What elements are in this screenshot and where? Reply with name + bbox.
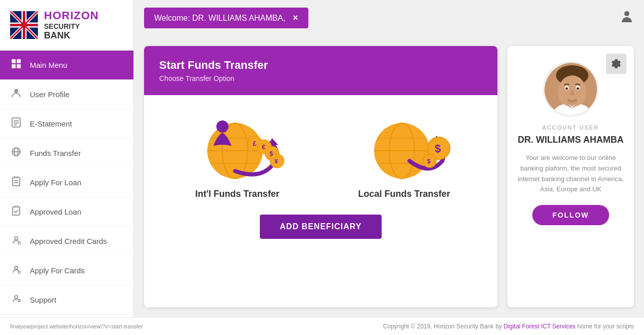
local-transfer-icon: $ $	[364, 110, 445, 181]
svg-text:£: £	[253, 140, 257, 147]
globe-icon	[10, 147, 22, 159]
sidebar-item-e-statement[interactable]: E-Statement	[0, 109, 133, 139]
sidebar-item-user-profile[interactable]: User Profile	[0, 80, 133, 109]
grid-icon	[10, 59, 22, 71]
footer-url: finalyearproject.website/horizon/view/?v…	[10, 323, 143, 329]
logo-text: HORIZON SECURITY BANK	[44, 9, 99, 41]
svg-text:$: $	[427, 158, 431, 165]
content-area: Start Funds Transfer Choose Transfer Opt…	[134, 36, 644, 317]
profile-name: DR. WILLIAMS AHAMBA	[518, 135, 623, 145]
sidebar-item-apply-for-loan[interactable]: Apply For Loan	[0, 168, 133, 197]
profile-avatar	[543, 61, 599, 117]
sidebar-item-main-menu[interactable]: Main Menu	[0, 51, 133, 80]
welcome-close-button[interactable]: ×	[293, 13, 298, 23]
transfer-options: £ € $ ¥	[159, 110, 482, 199]
svg-rect-10	[17, 59, 21, 63]
svg-point-13	[14, 89, 18, 93]
approved-credit-cards-label: Approved Credit Cards	[30, 237, 107, 245]
svg-rect-24	[13, 207, 20, 215]
footer: finalyearproject.website/horizon/view/?v…	[0, 317, 644, 335]
svg-text:€: €	[262, 143, 265, 151]
sidebar-item-apply-for-cards[interactable]: Apply For Cards	[0, 256, 133, 285]
sidebar-item-approved-credit-cards[interactable]: Approved Credit Cards	[0, 227, 133, 256]
person-icon	[10, 88, 22, 101]
main-content: Welcome: DR. WILLIAMS AHAMBA, × Start Fu…	[134, 0, 644, 317]
logo-flag	[10, 11, 38, 39]
sidebar-item-approved-loan[interactable]: Approved Loan	[0, 197, 133, 227]
footer-copyright: Copyright © 2019, Horizon Security Bank …	[383, 323, 634, 330]
main-menu-label: Main Menu	[30, 61, 67, 69]
intl-transfer-option[interactable]: £ € $ ¥	[162, 110, 313, 199]
approved-loan-label: Approved Loan	[30, 207, 81, 216]
svg-rect-21	[13, 178, 20, 186]
welcome-text: Welcome: DR. WILLIAMS AHAMBA,	[154, 14, 285, 23]
svg-rect-9	[12, 59, 16, 63]
logo: HORIZON SECURITY BANK	[0, 0, 133, 51]
user-top-icon[interactable]	[620, 9, 634, 27]
footer-link[interactable]: Digital Forest ICT Services	[503, 323, 575, 330]
e-statement-label: E-Statement	[30, 119, 72, 128]
follow-button[interactable]: FOLLOW	[532, 205, 610, 225]
intl-transfer-icon: £ € $ ¥	[197, 110, 278, 181]
svg-rect-12	[17, 64, 21, 68]
clipboard-icon	[10, 176, 22, 189]
apply-for-cards-label: Apply For Cards	[30, 266, 84, 275]
transfer-body: £ € $ ¥	[144, 95, 497, 254]
svg-text:¥: ¥	[274, 158, 278, 165]
approved-loan-icon	[10, 205, 22, 218]
credit-card-icon	[10, 235, 22, 247]
apply-for-loan-label: Apply For Loan	[30, 178, 81, 187]
brand-name-line2: SECURITY	[44, 22, 99, 30]
add-beneficiary-button[interactable]: ADD BENEFICIARY	[260, 215, 382, 239]
funds-transfer-label: Funds Transfer	[30, 149, 81, 157]
support-icon	[10, 294, 22, 306]
transfer-header: Start Funds Transfer Choose Transfer Opt…	[144, 46, 497, 95]
profile-card: ACCOUNT USER DR. WILLIAMS AHAMBA Your ar…	[508, 46, 634, 307]
svg-point-33	[15, 296, 18, 299]
svg-rect-11	[12, 64, 16, 68]
top-bar: Welcome: DR. WILLIAMS AHAMBA, ×	[134, 0, 644, 36]
svg-point-36	[624, 11, 629, 16]
sidebar-item-support[interactable]: Support	[0, 285, 133, 315]
settings-button[interactable]	[606, 54, 626, 74]
doc-icon	[10, 117, 22, 130]
transfer-subtitle: Choose Transfer Option	[159, 74, 482, 82]
svg-point-29	[15, 266, 18, 269]
sidebar: HORIZON SECURITY BANK Main Menu	[0, 0, 134, 317]
svg-point-69	[567, 100, 577, 105]
welcome-banner: Welcome: DR. WILLIAMS AHAMBA, ×	[144, 8, 308, 28]
profile-description: Your are welcome to our online banking p…	[518, 153, 624, 195]
apply-cards-icon	[10, 264, 22, 277]
support-label: Support	[30, 296, 57, 304]
transfer-title: Start Funds Transfer	[159, 59, 482, 72]
svg-text:$: $	[435, 142, 441, 155]
brand-name-line3: BANK	[44, 30, 99, 41]
account-user-label: ACCOUNT USER	[542, 124, 599, 131]
brand-name-line1: HORIZON	[44, 9, 99, 22]
svg-point-67	[566, 88, 568, 90]
local-transfer-option[interactable]: $ $ Local Funds Transfer	[329, 110, 480, 199]
svg-point-68	[577, 88, 579, 90]
user-profile-label: User Profile	[30, 90, 69, 99]
transfer-section: Start Funds Transfer Choose Transfer Opt…	[144, 46, 497, 307]
svg-point-51	[216, 120, 228, 133]
sidebar-item-funds-transfer[interactable]: Funds Transfer	[0, 139, 133, 168]
svg-point-25	[15, 237, 18, 240]
